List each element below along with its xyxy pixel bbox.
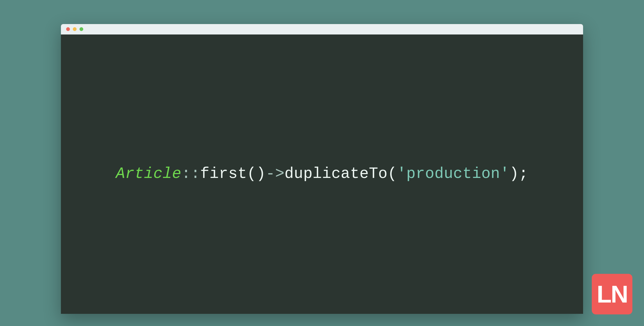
token-class: Article	[116, 165, 181, 183]
token-open-paren: (	[388, 165, 397, 183]
logo-text: LN	[597, 282, 627, 306]
token-method-duplicateto: duplicateTo	[285, 165, 388, 183]
window-titlebar	[61, 24, 583, 34]
token-arrow-operator: ->	[266, 165, 285, 183]
token-string-arg: 'production'	[397, 165, 509, 183]
code-editor-area: Article::first()->duplicateTo('productio…	[61, 34, 583, 314]
token-method-first: first	[200, 165, 247, 183]
maximize-icon[interactable]	[79, 27, 83, 31]
token-close-paren: )	[509, 165, 519, 183]
token-semicolon: ;	[519, 165, 528, 183]
token-scope-operator: ::	[181, 165, 200, 183]
editor-window: Article::first()->duplicateTo('productio…	[61, 24, 583, 314]
code-line: Article::first()->duplicateTo('productio…	[116, 163, 528, 185]
minimize-icon[interactable]	[73, 27, 77, 31]
token-parens: ()	[247, 165, 266, 183]
close-icon[interactable]	[66, 27, 70, 31]
logo-badge: LN	[592, 274, 632, 314]
